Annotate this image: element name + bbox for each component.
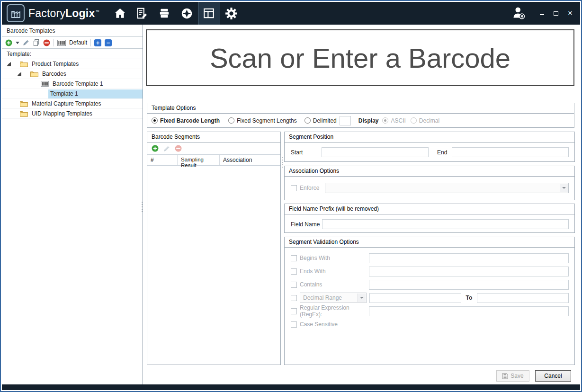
add-dropdown-icon[interactable]	[16, 42, 19, 46]
regex-label: Regular Expression (RegEx):	[300, 304, 369, 318]
app-window: FactoryLogix™	[0, 0, 582, 392]
delimiter-input[interactable]	[340, 116, 351, 125]
home-icon[interactable]	[109, 2, 131, 25]
barcode-segments-panel: Barcode Segments # Sampling Result Assoc…	[147, 132, 281, 365]
end-input[interactable]	[452, 147, 569, 157]
tree-item-barcodes[interactable]: Barcodes	[2, 69, 143, 79]
enforce-label: Enforce	[300, 185, 319, 191]
segment-validation-panel: Segment Validation Options Begins With E…	[284, 237, 575, 365]
titlebar-spacer	[242, 2, 511, 25]
range-from-input[interactable]	[369, 293, 461, 303]
maximize-button[interactable]	[553, 10, 559, 17]
folder-icon	[30, 71, 38, 77]
fixed-segment-lengths-label: Fixed Segment Lengths	[237, 117, 297, 124]
close-button[interactable]: ×	[567, 10, 573, 17]
fixed-barcode-length-radio[interactable]	[152, 117, 158, 124]
tree-item-label: Template 1	[48, 89, 80, 98]
begins-with-input[interactable]	[369, 253, 569, 263]
main-content: Scan or Enter a Barcode Template Options…	[143, 25, 580, 384]
range-type-combo[interactable]: Decimal Range	[300, 293, 367, 303]
tree-item-label: Material Capture Templates	[30, 99, 103, 108]
tree-item-material-capture-templates[interactable]: Material Capture Templates	[2, 99, 143, 109]
worksheet-icon[interactable]	[131, 2, 153, 25]
range-to-input[interactable]	[477, 293, 569, 303]
tree-item-template-1-selected[interactable]: Template 1	[2, 89, 143, 99]
combo-arrow-icon[interactable]	[358, 294, 366, 302]
tree-item-barcode-template-1[interactable]: Barcode Template 1	[2, 79, 143, 89]
ends-with-input[interactable]	[369, 267, 569, 276]
ends-with-checkbox[interactable]	[291, 268, 297, 275]
segment-validation-title: Segment Validation Options	[285, 237, 574, 248]
enforce-checkbox[interactable]	[291, 185, 297, 191]
materials-icon[interactable]	[153, 2, 176, 25]
minimize-button[interactable]	[538, 10, 545, 17]
delete-segment-icon[interactable]	[175, 145, 182, 152]
column-association[interactable]: Association	[220, 155, 280, 165]
title-bar: FactoryLogix™	[2, 2, 580, 25]
toolbar-separator	[90, 39, 91, 46]
association-options-panel: Association Options Enforce	[284, 166, 575, 200]
expand-all-icon[interactable]: +	[94, 39, 101, 46]
tree-item-product-templates[interactable]: Product Templates	[2, 59, 143, 69]
add-segment-icon[interactable]	[152, 145, 159, 152]
copy-icon[interactable]	[33, 39, 40, 46]
range-to-label: To	[466, 294, 473, 301]
field-name-label: Field Name	[291, 221, 322, 228]
end-label: End	[437, 149, 447, 156]
begins-with-label: Begins With	[300, 255, 369, 261]
barcode-icon	[41, 81, 49, 87]
start-input[interactable]	[322, 147, 429, 157]
factorylogix-logo	[7, 4, 25, 22]
delete-icon[interactable]	[43, 39, 50, 46]
expander-icon[interactable]	[17, 72, 21, 76]
brand-logix: Logix	[65, 7, 95, 19]
expander-icon[interactable]	[7, 62, 11, 66]
contains-input[interactable]	[369, 280, 569, 290]
ends-with-label: Ends With	[300, 268, 369, 275]
delimited-radio[interactable]	[304, 117, 311, 124]
tree-item-uid-mapping-templates[interactable]: UID Mapping Templates	[2, 109, 143, 119]
template-options-panel: Template Options Fixed Barcode Length Fi…	[147, 103, 574, 128]
segment-position-panel: Segment Position Start End	[284, 132, 575, 162]
regex-input[interactable]	[369, 306, 569, 316]
app-title: FactoryLogix™	[28, 7, 99, 20]
sidebar-toolbar: Default + −	[2, 37, 143, 49]
tree-item-label: UID Mapping Templates	[30, 109, 94, 118]
ascii-radio[interactable]	[382, 117, 388, 124]
range-checkbox[interactable]	[291, 295, 297, 301]
barcode-scan-input[interactable]: Scan or Enter a Barcode	[146, 29, 574, 86]
association-combo[interactable]	[325, 183, 569, 193]
field-name-input[interactable]	[322, 219, 569, 229]
tree-item-label: Barcodes	[40, 70, 68, 79]
navigator-icon[interactable]	[176, 2, 198, 25]
sidebar-title: Barcode Templates	[2, 25, 143, 37]
save-button[interactable]: Save	[496, 370, 529, 382]
contains-checkbox[interactable]	[291, 282, 297, 288]
segments-grid-header: # Sampling Result Association	[147, 155, 280, 166]
regex-checkbox[interactable]	[291, 308, 297, 314]
tree-item-label: Product Templates	[30, 60, 81, 69]
combo-arrow-icon[interactable]	[560, 184, 568, 192]
edit-icon[interactable]	[23, 39, 29, 46]
factory-icon	[10, 8, 21, 19]
settings-gear-icon[interactable]	[220, 2, 242, 25]
add-icon[interactable]	[5, 39, 12, 46]
edit-segment-icon[interactable]	[163, 145, 170, 152]
segments-splitter[interactable]	[282, 157, 283, 168]
user-signout-icon[interactable]	[511, 5, 526, 22]
cancel-button[interactable]: Cancel	[535, 370, 571, 382]
fixed-segment-lengths-radio[interactable]	[228, 117, 234, 124]
column-sampling-result[interactable]: Sampling Result	[178, 155, 220, 165]
templates-icon[interactable]	[198, 2, 220, 25]
default-template-label[interactable]: Default	[69, 39, 87, 46]
sidebar-splitter[interactable]	[142, 202, 143, 212]
collapse-all-icon[interactable]: −	[105, 39, 112, 46]
column-number[interactable]: #	[147, 155, 178, 165]
status-strip	[2, 384, 580, 390]
sidebar: Barcode Templates Default + −	[2, 25, 143, 384]
decimal-radio[interactable]	[411, 117, 417, 124]
begins-with-checkbox[interactable]	[291, 255, 297, 261]
case-sensitive-checkbox[interactable]	[291, 321, 297, 328]
barcode-icon[interactable]	[57, 40, 66, 46]
toolbar-separator	[54, 39, 54, 46]
